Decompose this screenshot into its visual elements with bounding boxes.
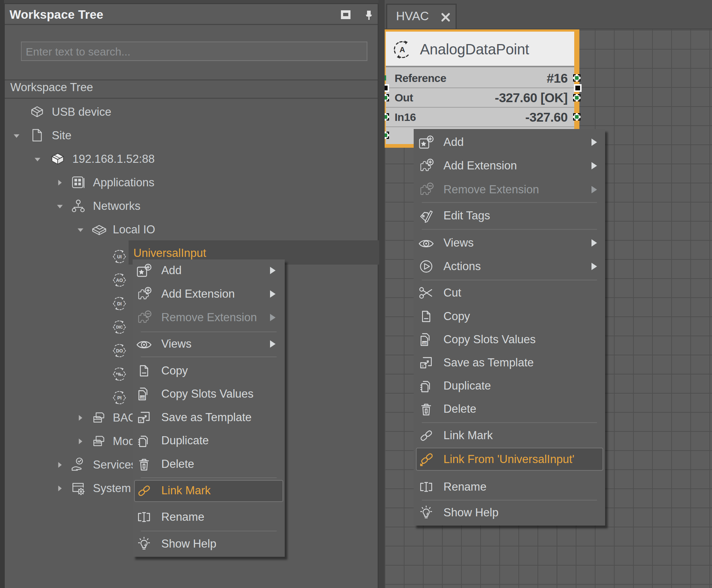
svg-text:DI: DI	[117, 301, 122, 306]
svg-text:o: o	[140, 419, 141, 422]
svg-text:DIC: DIC	[116, 325, 123, 329]
svg-text:123: 123	[422, 342, 427, 344]
svg-text:DO: DO	[116, 348, 123, 354]
svg-text:123: 123	[140, 396, 145, 399]
svg-text:UI: UI	[117, 254, 122, 259]
svg-text:o: o	[422, 364, 424, 368]
svg-text:PI: PI	[117, 395, 122, 401]
svg-text:A: A	[399, 45, 405, 54]
svg-text:AO: AO	[116, 278, 123, 283]
